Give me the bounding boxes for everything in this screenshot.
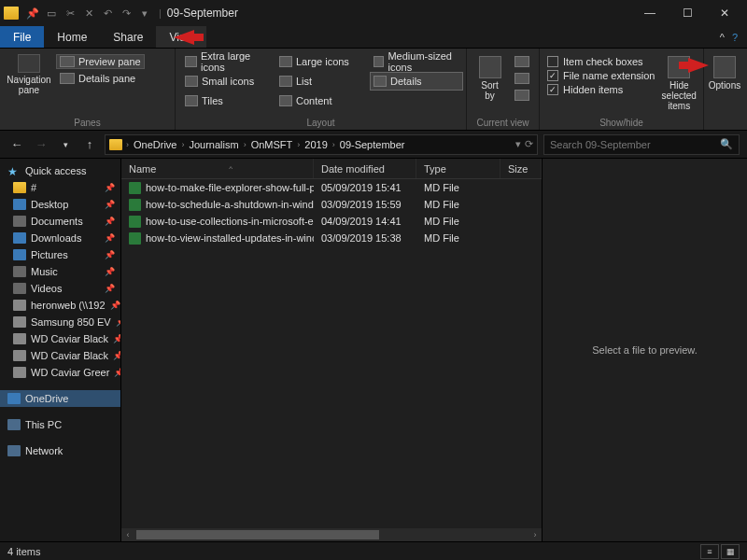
file-name-extensions-checkbox[interactable]: ✓File name extension: [547, 70, 655, 81]
add-columns-icon: [514, 73, 529, 84]
forward-button[interactable]: →: [32, 135, 50, 154]
qat-dropdown-icon[interactable]: ▾: [136, 5, 153, 21]
layout-content[interactable]: Content: [275, 91, 369, 110]
crumb-journalism[interactable]: Journalism: [186, 139, 241, 150]
close-button[interactable]: ✕: [706, 0, 743, 26]
layout-details[interactable]: Details: [370, 72, 463, 91]
file-row[interactable]: how-to-make-file-explorer-show-full-pa..…: [121, 179, 542, 196]
sidebar-item-network-drive[interactable]: heronweb (\\192📌: [0, 297, 120, 314]
chevron-right-icon[interactable]: ›: [244, 140, 247, 149]
sidebar-item-desktop[interactable]: Desktop📌: [0, 196, 120, 213]
qat-cut-icon[interactable]: ✂: [62, 5, 78, 21]
drive-icon: [13, 333, 26, 344]
pin-icon: 📌: [105, 183, 115, 192]
title-bar: 📌 ▭ ✂ ✕ ↶ ↷ ▾ | 09-September — ☐ ✕: [0, 0, 747, 26]
preview-placeholder-text: Select a file to preview.: [592, 344, 698, 356]
crumb-2019[interactable]: 2019: [302, 139, 330, 150]
layout-tiles[interactable]: Tiles: [181, 91, 275, 110]
scroll-right-icon[interactable]: ›: [529, 530, 542, 539]
up-button[interactable]: ↑: [80, 135, 99, 154]
breadcrumb[interactable]: › OneDrive › Journalism › OnMSFT › 2019 …: [105, 134, 538, 155]
crumb-current[interactable]: 09-September: [337, 139, 408, 150]
sidebar-item-videos[interactable]: Videos📌: [0, 280, 120, 297]
tab-file[interactable]: File: [0, 26, 44, 48]
column-header-size[interactable]: Size: [500, 159, 542, 178]
sidebar-quick-access[interactable]: ★Quick access: [0, 162, 120, 179]
column-header-name[interactable]: Name^: [121, 159, 314, 178]
qat-properties-icon[interactable]: ▭: [43, 5, 60, 21]
crumb-onedrive[interactable]: OneDrive: [131, 139, 179, 150]
item-check-boxes-checkbox[interactable]: Item check boxes: [547, 56, 655, 67]
navigation-pane-button[interactable]: Navigation pane: [4, 50, 54, 95]
qat-undo-icon[interactable]: ↶: [99, 5, 116, 21]
drive-icon: [13, 367, 26, 378]
size-columns-button[interactable]: [511, 88, 533, 103]
file-row[interactable]: how-to-schedule-a-shutdown-in-windo... 0…: [121, 196, 542, 213]
layout-extra-large-icons[interactable]: Extra large icons: [181, 52, 275, 71]
details-pane-button[interactable]: Details pane: [56, 71, 145, 86]
status-thumbnails-view-button[interactable]: ▦: [721, 544, 740, 559]
pin-icon: 📌: [105, 217, 115, 226]
star-icon: ★: [7, 165, 21, 176]
refresh-icon[interactable]: ⟳: [525, 138, 533, 150]
qat-redo-icon[interactable]: ↷: [118, 5, 134, 21]
group-by-button[interactable]: [511, 54, 533, 69]
scrollbar-thumb[interactable]: [136, 530, 379, 539]
file-row[interactable]: how-to-view-installed-updates-in-windo..…: [121, 230, 542, 246]
file-row[interactable]: how-to-use-collections-in-microsoft-ed..…: [121, 213, 542, 230]
chevron-right-icon[interactable]: ›: [297, 140, 300, 149]
layout-medium-icons[interactable]: Medium-sized icons: [370, 52, 463, 71]
sidebar-onedrive[interactable]: OneDrive: [0, 390, 120, 407]
column-header-date[interactable]: Date modified: [314, 159, 416, 178]
sidebar-item-downloads[interactable]: Downloads📌: [0, 230, 120, 246]
layout-small-icons[interactable]: Small icons: [181, 72, 275, 91]
sidebar-item-drive[interactable]: Samsung 850 EV📌: [0, 314, 120, 330]
column-header-type[interactable]: Type: [416, 159, 500, 178]
ribbon-collapse-icon[interactable]: ^: [720, 32, 725, 43]
network-icon: [7, 445, 21, 456]
search-input[interactable]: Search 09-September 🔍: [543, 134, 740, 155]
horizontal-scrollbar[interactable]: ‹ ›: [121, 528, 542, 541]
status-details-view-button[interactable]: ≡: [700, 544, 719, 559]
status-item-count: 4 items: [7, 546, 40, 557]
layout-large-icons[interactable]: Large icons: [275, 52, 369, 71]
hidden-items-checkbox[interactable]: ✓Hidden items: [547, 84, 655, 95]
sidebar-item[interactable]: #📌: [0, 179, 120, 196]
tab-share[interactable]: Share: [100, 26, 156, 48]
qat-pin-icon[interactable]: 📌: [24, 5, 41, 21]
checkbox-icon: [547, 56, 558, 67]
scroll-left-icon[interactable]: ‹: [121, 530, 134, 539]
tab-home[interactable]: Home: [44, 26, 100, 48]
drive-icon: [13, 316, 26, 328]
maximize-button[interactable]: ☐: [669, 0, 706, 26]
sort-by-button[interactable]: Sort by: [471, 50, 509, 101]
help-icon[interactable]: ?: [732, 32, 738, 43]
preview-pane-button[interactable]: Preview pane: [56, 54, 145, 69]
sidebar-network[interactable]: Network: [0, 442, 120, 459]
qat-delete-icon[interactable]: ✕: [80, 5, 97, 21]
sidebar-item-pictures[interactable]: Pictures📌: [0, 246, 120, 263]
search-placeholder: Search 09-September: [550, 139, 651, 150]
sidebar-item-documents[interactable]: Documents📌: [0, 213, 120, 230]
layout-list[interactable]: List: [275, 72, 369, 91]
minimize-button[interactable]: —: [631, 0, 669, 26]
sidebar-item-music[interactable]: Music📌: [0, 263, 120, 280]
chevron-right-icon[interactable]: ›: [181, 140, 184, 149]
desktop-icon: [13, 199, 26, 210]
sidebar-item-drive[interactable]: WD Caviar Black📌: [0, 330, 120, 347]
options-button[interactable]: Options: [708, 50, 741, 91]
chevron-right-icon[interactable]: ›: [332, 140, 335, 149]
chevron-right-icon[interactable]: ›: [126, 140, 129, 149]
recent-locations-button[interactable]: ▾: [56, 135, 75, 154]
checkbox-icon: ✓: [547, 84, 558, 95]
sidebar-item-drive[interactable]: WD Caviar Greer📌: [0, 364, 120, 381]
crumb-onmsft[interactable]: OnMSFT: [248, 139, 296, 150]
pin-icon: 📌: [110, 301, 120, 310]
add-columns-button[interactable]: [511, 71, 533, 86]
sidebar-this-pc[interactable]: This PC: [0, 416, 120, 433]
sidebar-item-drive[interactable]: WD Caviar Black📌: [0, 347, 120, 364]
folder-icon: [109, 139, 122, 150]
back-button[interactable]: ←: [7, 135, 26, 154]
address-dropdown-icon[interactable]: ▾: [515, 138, 521, 150]
pin-icon: 📌: [105, 233, 115, 243]
